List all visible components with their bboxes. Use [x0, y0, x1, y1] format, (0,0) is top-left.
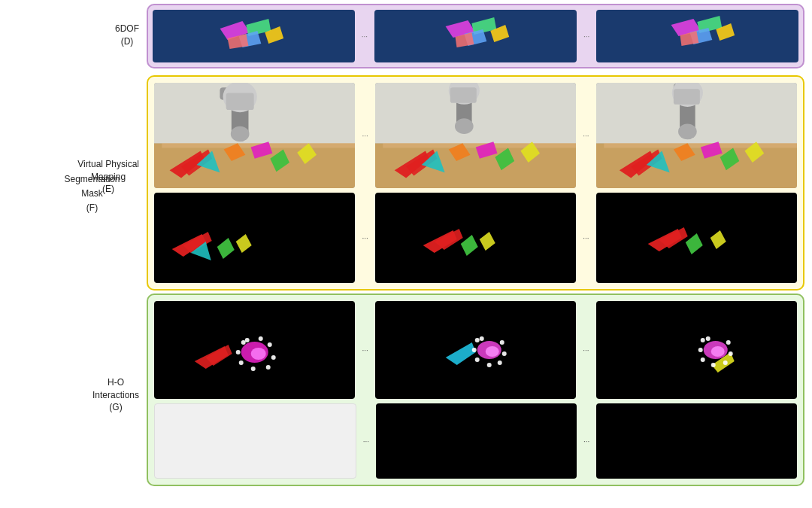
- vpm-seg-panels: ··· ···: [154, 193, 797, 283]
- svg-marker-75: [710, 230, 726, 249]
- label-seg-text: Segmentation Mask (F): [64, 174, 120, 213]
- ho-panel-3: [596, 301, 797, 399]
- svg-point-80: [241, 340, 246, 345]
- svg-point-79: [251, 348, 266, 360]
- ho-panel-2: [375, 301, 576, 399]
- svg-point-108: [700, 357, 704, 362]
- ho-sep-2: ···: [580, 301, 591, 399]
- svg-point-91: [486, 346, 499, 357]
- ho-dots-1: ···: [362, 346, 368, 354]
- vpm-robot-panel-3: [596, 83, 797, 188]
- svg-point-21: [231, 126, 250, 142]
- vpm-seg-panel-3: [596, 193, 797, 283]
- dof-panels-container: ··· ···: [147, 4, 804, 68]
- label-6dof-text: 6DOF (D): [115, 23, 139, 48]
- svg-point-101: [710, 346, 724, 357]
- label-ho: H-O Interactions (G): [30, 294, 147, 497]
- section-ho: H-O Interactions (G): [30, 294, 812, 497]
- dof-panels-row: ··· ···: [153, 10, 798, 62]
- robot-scene-3-svg: [596, 83, 797, 188]
- ho-bottom-panels: ··· ···: [154, 403, 797, 479]
- ho-panel-3-svg: [596, 301, 797, 399]
- svg-point-103: [700, 338, 704, 342]
- svg-point-106: [723, 360, 727, 365]
- section-6dof: 6DOF (D): [30, 4, 812, 68]
- ho-bot-dots-2: ···: [583, 437, 589, 446]
- svg-point-37: [455, 118, 474, 134]
- svg-point-81: [268, 342, 272, 347]
- ho-dots-2: ···: [583, 346, 589, 354]
- vpm-robot-panel-2: [375, 83, 576, 188]
- svg-point-97: [475, 357, 480, 362]
- svg-marker-89: [446, 342, 476, 365]
- dof-panel-1: [153, 10, 355, 62]
- svg-point-98: [472, 348, 477, 352]
- vpm-seg-panel-2: [375, 193, 576, 283]
- svg-point-84: [251, 367, 256, 371]
- vpm-panels-container: ···: [147, 75, 804, 291]
- vpm-dots-top-1: ···: [362, 132, 368, 140]
- vpm-sep-bot-1: ···: [359, 193, 370, 283]
- dof-sep-2: ···: [581, 10, 592, 62]
- dof-panel-3: [596, 10, 798, 62]
- svg-point-88: [259, 336, 263, 341]
- label-ho-text: H-O Interactions (G): [92, 376, 139, 414]
- label-6dof: 6DOF (D): [30, 4, 147, 67]
- page-container: 6DOF (D): [0, 0, 812, 508]
- dof-dots-1: ···: [362, 32, 368, 41]
- ho-top-panels: ···: [154, 301, 797, 399]
- svg-rect-48: [596, 143, 797, 188]
- dof-panel-2: [374, 10, 577, 62]
- vpm-sep-bot-2: ···: [580, 193, 591, 283]
- ho-panel-2-svg: [375, 301, 576, 399]
- svg-marker-65: [217, 238, 235, 259]
- ho-bottom-panel-2: [376, 403, 577, 479]
- label-seg: Segmentation Mask (F): [38, 172, 147, 214]
- svg-point-92: [475, 338, 480, 342]
- ho-bottom-panel-3: [596, 403, 797, 479]
- vpm-sep-top-1: ···: [359, 83, 370, 188]
- svg-marker-71: [480, 232, 495, 251]
- svg-marker-70: [461, 235, 478, 256]
- vpm-sep-top-2: ···: [580, 83, 591, 188]
- dof-panel-3-svg: [596, 10, 798, 62]
- ho-bot-sep-2: ···: [581, 403, 592, 479]
- section-vpm: Virtual Physical Mapping (E): [30, 75, 812, 291]
- svg-point-96: [487, 363, 492, 367]
- svg-point-105: [728, 351, 732, 356]
- svg-rect-23: [226, 93, 254, 110]
- svg-point-94: [502, 351, 507, 356]
- svg-point-104: [726, 340, 730, 345]
- svg-point-86: [236, 350, 241, 354]
- vpm-dots-top-2: ···: [583, 132, 589, 140]
- svg-point-53: [678, 124, 697, 140]
- vpm-seg-panel-1: [154, 193, 355, 283]
- dof-sep-1: ···: [359, 10, 370, 62]
- svg-point-93: [500, 340, 504, 345]
- robot-scene-1-svg: [154, 83, 355, 188]
- svg-point-99: [480, 336, 484, 341]
- svg-marker-74: [685, 233, 702, 254]
- svg-point-82: [271, 355, 276, 360]
- svg-rect-55: [673, 89, 699, 105]
- ho-panels-container: ···: [147, 294, 804, 486]
- svg-rect-39: [450, 87, 477, 103]
- ho-panel-1-svg: [154, 301, 355, 399]
- svg-point-107: [710, 363, 715, 367]
- vpm-robot-panel-1: [154, 83, 355, 188]
- svg-point-87: [245, 338, 250, 342]
- ho-bot-dots-1: ···: [363, 437, 369, 446]
- ho-sep-1: ···: [359, 301, 370, 399]
- content-area: 6DOF (D): [30, 0, 812, 508]
- vpm-dots-bot-2: ···: [583, 234, 589, 242]
- dof-panel-1-svg: [153, 10, 355, 62]
- ho-bottom-panel-1: [154, 403, 356, 479]
- seg-panel-3-svg: [596, 193, 797, 283]
- vpm-dots-bot-1: ···: [362, 234, 368, 242]
- vpm-top-panels: ···: [154, 83, 797, 188]
- robot-scene-2-svg: [375, 83, 576, 188]
- dof-dots-2: ···: [583, 32, 589, 41]
- ho-panel-1: [154, 301, 355, 399]
- svg-point-110: [705, 336, 710, 341]
- svg-point-95: [498, 360, 502, 365]
